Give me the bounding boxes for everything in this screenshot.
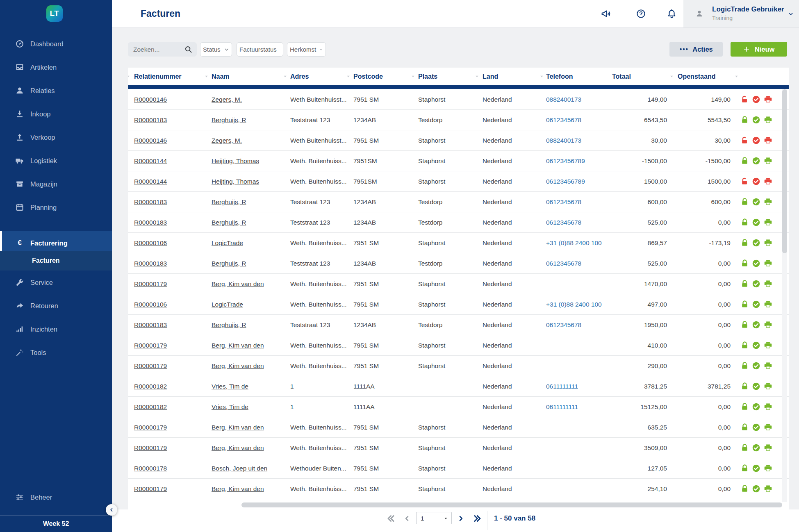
bell-icon[interactable] bbox=[667, 9, 677, 19]
check-circle-icon[interactable] bbox=[752, 361, 760, 370]
sidebar-item-artikelen[interactable]: Artikelen bbox=[0, 55, 112, 79]
column-header-naam[interactable]: Naam bbox=[212, 68, 230, 85]
lock-icon[interactable] bbox=[740, 423, 749, 432]
table-row[interactable]: R00000179 Berg, Kim van den Weth. Buiten… bbox=[128, 335, 789, 356]
printer-icon[interactable] bbox=[764, 198, 772, 206]
check-circle-icon[interactable] bbox=[752, 157, 760, 165]
table-row[interactable]: R00000183 Berghuijs, R Teststraat 123 12… bbox=[128, 192, 789, 212]
cell-relatienummer[interactable]: R00000106 bbox=[134, 294, 208, 315]
cell-relatienummer[interactable]: R00000144 bbox=[134, 151, 208, 171]
printer-icon[interactable] bbox=[764, 402, 772, 411]
cell-naam[interactable]: Zegers, M. bbox=[212, 89, 287, 110]
cell-naam[interactable]: Vries, Tim de bbox=[212, 397, 287, 417]
printer-icon[interactable] bbox=[764, 157, 772, 165]
cell-naam[interactable]: LogicTrade bbox=[212, 294, 287, 315]
filter-dropdown-status[interactable]: Status bbox=[200, 42, 232, 57]
column-header-telefoon[interactable]: Telefoon bbox=[546, 68, 573, 85]
filter-caret-icon[interactable] bbox=[204, 74, 209, 79]
printer-icon[interactable] bbox=[764, 218, 772, 227]
sidebar-item-verkoop[interactable]: Verkoop bbox=[0, 125, 112, 149]
cell-naam[interactable]: Berg, Kim van den bbox=[212, 356, 287, 376]
filter-caret-icon[interactable] bbox=[669, 74, 674, 79]
check-circle-icon[interactable] bbox=[752, 116, 760, 124]
cell-relatienummer[interactable]: R00000183 bbox=[134, 253, 208, 274]
horizontal-scrollbar-thumb[interactable] bbox=[241, 502, 782, 507]
cell-relatienummer[interactable]: R00000183 bbox=[134, 212, 208, 233]
cell-relatienummer[interactable]: R00000179 bbox=[134, 356, 208, 376]
lock-icon[interactable] bbox=[740, 157, 749, 165]
cell-relatienummer[interactable]: R00000179 bbox=[134, 274, 208, 294]
nieuw-button[interactable]: Nieuw bbox=[731, 42, 787, 57]
check-circle-icon[interactable] bbox=[752, 484, 760, 493]
filter-dropdown-herkomst[interactable]: Herkomst bbox=[287, 42, 326, 57]
cell-relatienummer[interactable]: R00000146 bbox=[134, 89, 208, 110]
check-circle-icon[interactable] bbox=[752, 177, 760, 186]
printer-icon[interactable] bbox=[764, 361, 772, 370]
sidebar-item-retouren[interactable]: Retouren bbox=[0, 294, 112, 317]
table-row[interactable]: R00000178 Bosch, Joep uit den Wethouder … bbox=[128, 458, 789, 479]
megaphone-icon[interactable] bbox=[601, 9, 611, 19]
printer-icon[interactable] bbox=[764, 464, 772, 473]
cell-naam[interactable]: LogicTrade bbox=[212, 233, 287, 253]
sidebar-item-magazijn[interactable]: Magazijn bbox=[0, 172, 112, 196]
sidebar-item-beheer[interactable]: Beheer bbox=[0, 485, 112, 509]
cell-naam[interactable]: Berghuijs, R bbox=[212, 192, 287, 212]
lock-icon[interactable] bbox=[740, 321, 749, 329]
cell-naam[interactable]: Zegers, M. bbox=[212, 130, 287, 151]
check-circle-icon[interactable] bbox=[752, 280, 760, 288]
sidebar-item-logistiek[interactable]: Logistiek bbox=[0, 149, 112, 172]
lock-icon[interactable] bbox=[740, 136, 749, 145]
table-row[interactable]: R00000146 Zegers, M. Weth Buitenhuisst..… bbox=[128, 130, 789, 151]
check-circle-icon[interactable] bbox=[752, 321, 760, 329]
check-circle-icon[interactable] bbox=[752, 239, 760, 247]
cell-relatienummer[interactable]: R00000146 bbox=[134, 130, 208, 151]
cell-naam[interactable]: Vries, Tim de bbox=[212, 376, 287, 397]
printer-icon[interactable] bbox=[764, 116, 772, 124]
table-row[interactable]: R00000183 Berghuijs, R Teststraat 123 12… bbox=[128, 212, 789, 233]
previous-page-button[interactable] bbox=[403, 514, 411, 523]
filter-caret-icon[interactable] bbox=[128, 74, 131, 79]
column-header-land[interactable]: Land bbox=[483, 68, 498, 85]
cell-naam[interactable]: Berg, Kim van den bbox=[212, 438, 287, 458]
column-header-relatienummer[interactable]: Relatienummer bbox=[134, 68, 182, 85]
cell-relatienummer[interactable]: R00000179 bbox=[134, 417, 208, 438]
cell-naam[interactable]: Berg, Kim van den bbox=[212, 274, 287, 294]
first-page-button[interactable] bbox=[385, 513, 396, 524]
table-row[interactable]: R00000183 Berghuijs, R Teststraat 123 12… bbox=[128, 253, 789, 274]
filter-dropdown-factuurstatus[interactable]: Factuurstatus bbox=[237, 42, 283, 57]
check-circle-icon[interactable] bbox=[752, 259, 760, 268]
cell-naam[interactable]: Berg, Kim van den bbox=[212, 479, 287, 499]
lock-icon[interactable] bbox=[740, 300, 749, 309]
lock-icon[interactable] bbox=[740, 382, 749, 391]
sidebar-item-service[interactable]: Service bbox=[0, 271, 112, 294]
cell-naam[interactable]: Berg, Kim van den bbox=[212, 335, 287, 356]
lock-icon[interactable] bbox=[740, 341, 749, 350]
sidebar-collapse-button[interactable] bbox=[106, 504, 117, 516]
cell-naam[interactable]: Berghuijs, R bbox=[212, 253, 287, 274]
lock-icon[interactable] bbox=[740, 239, 749, 247]
printer-icon[interactable] bbox=[764, 95, 772, 104]
check-circle-icon[interactable] bbox=[752, 136, 760, 145]
table-row[interactable]: R00000183 Berghuijs, R Teststraat 123 12… bbox=[128, 110, 789, 130]
table-row[interactable]: R00000179 Berg, Kim van den Weth. Buiten… bbox=[128, 274, 789, 294]
printer-icon[interactable] bbox=[764, 177, 772, 186]
app-logo[interactable]: LT bbox=[46, 5, 63, 22]
lock-icon[interactable] bbox=[740, 218, 749, 227]
check-circle-icon[interactable] bbox=[752, 443, 760, 452]
cell-relatienummer[interactable]: R00000106 bbox=[134, 233, 208, 253]
table-row[interactable]: R00000146 Zegers, M. Weth Buitenhuisst..… bbox=[128, 89, 789, 110]
page-select[interactable]: 1 bbox=[416, 512, 452, 524]
table-row[interactable]: R00000183 Berghuijs, R Teststraat 123 12… bbox=[128, 315, 789, 335]
check-circle-icon[interactable] bbox=[752, 218, 760, 227]
lock-icon[interactable] bbox=[740, 484, 749, 493]
column-header-plaats[interactable]: Plaats bbox=[418, 68, 437, 85]
cell-relatienummer[interactable]: R00000183 bbox=[134, 315, 208, 335]
sidebar-item-tools[interactable]: Tools bbox=[0, 341, 112, 364]
lock-icon[interactable] bbox=[740, 443, 749, 452]
filter-caret-icon[interactable] bbox=[410, 74, 416, 79]
check-circle-icon[interactable] bbox=[752, 341, 760, 350]
cell-relatienummer[interactable]: R00000183 bbox=[134, 110, 208, 130]
column-header-adres[interactable]: Adres bbox=[290, 68, 309, 85]
filter-caret-icon[interactable] bbox=[346, 74, 351, 79]
lock-icon[interactable] bbox=[740, 177, 749, 186]
